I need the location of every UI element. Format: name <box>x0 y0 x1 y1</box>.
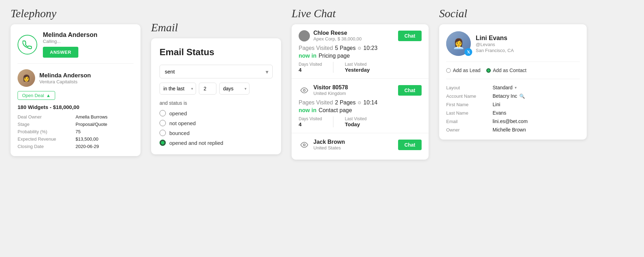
first-name-value: Lini <box>493 102 500 107</box>
owner-value: Michelle Brown <box>493 127 526 133</box>
visitor-info-1: Chloe Reese Apex Corp, $ 38,000,00 <box>313 30 362 41</box>
now-in-label-2: now in <box>299 107 317 114</box>
now-in-value-1: Pricing page <box>319 53 350 59</box>
time-value-2: 10:14 <box>363 99 377 106</box>
probability-label: Probability (%) <box>18 129 76 134</box>
radio-add-as-lead[interactable] <box>446 68 451 73</box>
telephony-title: Telephony <box>11 7 141 20</box>
option-bounced-label: bounced <box>169 130 190 136</box>
contact-section: 👩 Melinda Anderson Ventura Capitalists <box>18 69 134 87</box>
days-visited-label-1: Days Visited <box>299 62 322 67</box>
avatar-image: 👩 <box>18 69 35 87</box>
account-name-label: Account Name <box>446 94 488 99</box>
now-in-row-2: now in Contact page <box>299 107 422 114</box>
chat-button-3[interactable]: Chat <box>398 140 422 150</box>
visitor-header-3: Jack Brown United States Chat <box>299 139 422 150</box>
visitor-info-3: Jack Brown United States <box>313 139 345 150</box>
social-section: Social 👩‍💼 𝕏 Lini Evans @Levans San Fran… <box>439 7 587 140</box>
add-as-contact-label: Add as Contact <box>493 68 527 73</box>
in-the-last-select[interactable]: in the last more than less than <box>160 83 196 95</box>
add-as-lead-option[interactable]: Add as Lead <box>446 68 481 73</box>
option-bounced[interactable]: bounced <box>160 130 273 136</box>
pages-visited-row-2: Pages Visited 2 Pages ⊙ 10:14 <box>299 99 422 106</box>
deal-owner-value: Amella Burrows <box>76 114 134 120</box>
contact-name: Melinda Anderson <box>39 72 91 79</box>
option-not-opened[interactable]: not opened <box>160 120 273 126</box>
visitor-item-2: Visitor 80578 United Kingdom Chat Pages … <box>292 79 429 133</box>
expected-revenue-value: $13,500,00 <box>76 136 134 142</box>
chat-button-1[interactable]: Chat <box>398 31 422 41</box>
last-name-field: Evans <box>493 110 580 116</box>
field-grid: Layout Standard ▾ Account Name Betacry I… <box>446 85 580 133</box>
calling-name: Melinda Anderson <box>43 31 134 39</box>
livechat-section: Live Chat Chloe Reese Apex Corp, $ 38,00… <box>292 7 429 160</box>
search-icon[interactable]: 🔍 <box>519 94 525 99</box>
probability-value: 75 <box>76 129 134 134</box>
option-opened-not-replied[interactable]: opened and not replied <box>160 140 273 146</box>
pages-visited-label-1: Pages Visited <box>299 45 333 51</box>
visitor-header-1: Chloe Reese Apex Corp, $ 38,000,00 Chat <box>299 30 422 41</box>
radio-opened-not-replied[interactable] <box>160 140 166 146</box>
and-status-text: and status is <box>160 100 273 106</box>
divider-line-1 <box>333 62 333 73</box>
add-as-section: Add as Lead Add as Contact <box>446 68 580 79</box>
add-as-lead-label: Add as Lead <box>453 68 481 73</box>
open-deal-label: Open Deal <box>22 93 44 98</box>
svg-point-2 <box>303 144 305 146</box>
days-visited-label-2: Days Visited <box>299 116 322 121</box>
option-opened-not-replied-label: opened and not replied <box>169 140 223 146</box>
layout-value: Standard <box>493 85 513 90</box>
status-options: opened not opened bounced opened and not… <box>160 110 273 146</box>
answer-button[interactable]: ANSWER <box>43 47 78 58</box>
time-value-1: 10:23 <box>363 45 377 51</box>
visitor-identity-2: Visitor 80578 United Kingdom <box>299 84 348 96</box>
visitor-identity-1: Chloe Reese Apex Corp, $ 38,000,00 <box>299 30 362 41</box>
email-card-title: Email Status <box>160 47 273 58</box>
option-opened[interactable]: opened <box>160 110 273 116</box>
social-handle: @Levans <box>476 42 514 47</box>
days-visited-stat-1: Days Visited 4 <box>299 62 322 73</box>
calling-info: Melinda Anderson Calling... ANSWER <box>43 31 134 58</box>
expected-revenue-label: Expected Revenue <box>18 136 76 142</box>
email-label: Email <box>446 119 488 124</box>
days-select[interactable]: days weeks months <box>219 83 249 95</box>
radio-add-as-contact[interactable] <box>486 68 491 73</box>
visitor-item-3: Jack Brown United States Chat <box>292 133 429 160</box>
clock-icon-2: ⊙ <box>358 100 361 105</box>
avatar: 👩 <box>18 69 35 87</box>
in-the-last-wrapper[interactable]: in the last more than less than ▾ <box>160 83 196 95</box>
now-in-row-1: now in Pricing page <box>299 53 422 59</box>
number-input[interactable] <box>199 83 216 95</box>
contact-info: Melinda Anderson Ventura Capitalists <box>39 72 91 84</box>
account-name-value: Betacry Inc <box>493 93 517 99</box>
twitter-icon: 𝕏 <box>464 48 472 56</box>
social-title: Social <box>439 7 587 20</box>
radio-opened[interactable] <box>160 110 166 116</box>
status-select[interactable]: sent received opened bounced <box>160 65 273 78</box>
last-name-label: Last Name <box>446 110 488 116</box>
visitor-avatar-1 <box>299 30 310 41</box>
radio-not-opened[interactable] <box>160 120 166 126</box>
radio-bounced[interactable] <box>160 130 166 136</box>
layout-dropdown-arrow-icon: ▾ <box>515 85 517 90</box>
chat-button-2[interactable]: Chat <box>398 85 422 96</box>
eye-icon-2 <box>299 85 310 96</box>
livechat-title: Live Chat <box>292 7 429 20</box>
status-select-wrapper[interactable]: sent received opened bounced ▾ <box>160 65 273 78</box>
days-wrapper[interactable]: days weeks months ▾ <box>219 83 249 95</box>
now-in-value-2: Contact page <box>319 107 352 114</box>
deal-details: Deal Owner Amella Burrows Stage Proposal… <box>18 114 134 149</box>
visitor-name-3: Jack Brown <box>313 139 345 145</box>
open-deal-button[interactable]: Open Deal ▲ <box>18 91 55 100</box>
last-visited-stat-1: Last Visited Yesterday <box>345 62 370 73</box>
layout-field[interactable]: Standard ▾ <box>493 85 580 90</box>
option-opened-label: opened <box>169 110 187 116</box>
pages-visited-label-2: Pages Visited <box>299 99 333 106</box>
layout-label: Layout <box>446 85 488 90</box>
divider-stats-1: Days Visited 4 Last Visited Yesterday <box>299 62 422 73</box>
add-as-contact-option[interactable]: Add as Contact <box>486 68 527 73</box>
email-section: Email Email Status sent received opened … <box>151 21 281 154</box>
pages-visited-value-1: 5 Pages <box>335 45 356 51</box>
owner-label: Owner <box>446 127 488 133</box>
email-value: lini.es@bet.com <box>493 118 528 124</box>
